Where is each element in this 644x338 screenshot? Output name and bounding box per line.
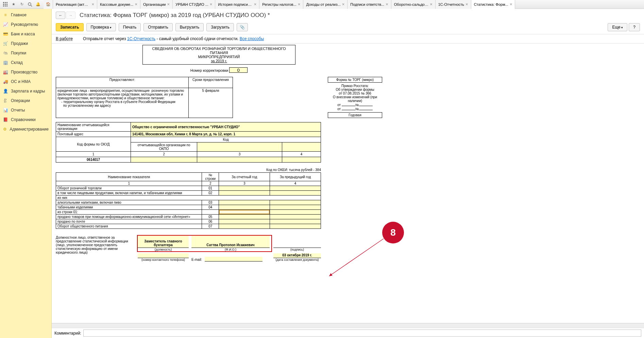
svg-rect-3 xyxy=(3,4,4,5)
chart-icon: 📈 xyxy=(3,22,8,27)
svg-rect-6 xyxy=(3,5,4,6)
svg-rect-0 xyxy=(3,2,4,3)
write-button[interactable]: Записать xyxy=(56,23,84,31)
corr-input[interactable] xyxy=(229,67,248,73)
sidebar-item-warehouse[interactable]: 🏢Склад xyxy=(0,58,51,67)
back-button[interactable]: ← xyxy=(56,12,65,19)
sidebar-item-bank[interactable]: 💳Банк и касса xyxy=(0,29,51,39)
active-cell[interactable] xyxy=(219,210,270,215)
dtkt-icon: ДтКт xyxy=(3,98,8,103)
link-all-ways[interactable]: Все способы xyxy=(240,36,264,41)
phone-field[interactable] xyxy=(138,253,189,258)
svg-rect-5 xyxy=(6,4,7,5)
sidebar-item-production[interactable]: 🏭Производство xyxy=(0,67,51,77)
download-button[interactable]: Загрузить xyxy=(206,23,234,31)
link-1c[interactable]: 1С-Отчетность xyxy=(127,36,155,41)
signature-field[interactable] xyxy=(273,236,321,248)
tab-5[interactable]: Регистры налогов...× xyxy=(259,0,303,9)
corr-label: Номер корректировки xyxy=(190,68,228,72)
tab-3[interactable]: УРБАН СТУДИО ...× xyxy=(173,0,215,9)
close-icon[interactable]: × xyxy=(342,2,345,7)
sidebar-item-assets[interactable]: 🚚ОС и НМА xyxy=(0,77,51,86)
data-table[interactable]: Наименование показателя№ строкиЗа отчетн… xyxy=(56,172,321,229)
sidebar-item-reports[interactable]: 📊Отчеты xyxy=(0,105,51,115)
page-title: Статистика: Форма ТОРГ (микро) за 2019 г… xyxy=(80,12,270,19)
tab-10[interactable]: Статистика: Форм...× xyxy=(471,0,515,9)
close-icon[interactable]: × xyxy=(510,2,512,7)
close-icon[interactable]: × xyxy=(298,2,301,7)
upload-button[interactable]: Выгрузить xyxy=(175,23,204,31)
basket-icon: 🛍 xyxy=(3,50,8,56)
provide-table: Предоставляют:Сроки предоставления юриди… xyxy=(56,77,233,118)
truck-icon: 🚚 xyxy=(3,79,8,84)
search-icon[interactable] xyxy=(26,1,34,8)
star-icon[interactable]: ★ xyxy=(10,1,18,8)
history-icon[interactable]: ↻ xyxy=(18,1,26,8)
check-button[interactable]: Проверка xyxy=(86,23,116,31)
tab-8[interactable]: Оборотно-сальдов...× xyxy=(391,0,436,9)
status-text: Отправьте отчет через 1С-Отчетность - са… xyxy=(83,36,264,41)
person-icon: 👤 xyxy=(3,88,8,94)
svg-rect-4 xyxy=(5,4,6,5)
tab-0[interactable]: Реализация (акты,...× xyxy=(53,0,97,9)
fio-field[interactable]: Саттва Протопоп Исакиевич xyxy=(191,236,270,248)
book-icon: 📕 xyxy=(3,117,8,122)
bars-icon: 📊 xyxy=(3,107,8,113)
sidebar-item-hr[interactable]: 👤Зарплата и кадры xyxy=(0,86,51,96)
send-button[interactable]: Отправить xyxy=(143,23,173,31)
svg-rect-7 xyxy=(5,5,6,6)
attach-button[interactable]: 📎 xyxy=(237,23,248,31)
callout-badge: 8 xyxy=(382,222,404,243)
warehouse-icon: 🏢 xyxy=(3,60,8,65)
tab-4[interactable]: История подписи: ...× xyxy=(215,0,259,9)
forward-button[interactable]: → xyxy=(66,12,75,19)
apps-icon[interactable] xyxy=(1,1,10,8)
factory-icon: 🏭 xyxy=(3,69,8,75)
close-icon[interactable]: × xyxy=(254,2,257,7)
tab-6[interactable]: Доходы от реализ...× xyxy=(303,0,348,9)
print-button[interactable]: Печать xyxy=(119,23,141,31)
svg-line-11 xyxy=(329,239,384,276)
bell-icon[interactable]: 🔔 xyxy=(34,1,42,8)
email-field[interactable] xyxy=(205,257,262,261)
close-icon[interactable]: × xyxy=(91,2,94,7)
tab-9[interactable]: 1С-Отчетность× xyxy=(436,0,471,9)
okei-label: Код по ОКЕИ: тысяча рублей - 384 xyxy=(56,168,321,172)
help-button[interactable]: ? xyxy=(629,23,640,31)
sidebar-item-sales[interactable]: 🛒Продажи xyxy=(0,39,51,48)
report-title-box: СВЕДЕНИЯ ОБ ОБОРОТАХ РОЗНИЧНОЙ ТОРГОВЛИ … xyxy=(142,45,295,65)
svg-rect-2 xyxy=(6,2,7,3)
form-info-box: Форма № ТОРГ (микро) Приказ Росстата: Об… xyxy=(328,77,382,118)
date-field[interactable]: 03 октября 2019 г. xyxy=(273,253,321,258)
sidebar-item-admin[interactable]: ⚙Администрирование xyxy=(0,124,51,134)
close-icon[interactable]: × xyxy=(386,2,388,7)
org-table: Наименование отчитывающейся организацииО… xyxy=(56,122,321,163)
close-icon[interactable]: × xyxy=(465,2,468,7)
comment-label: Комментарий: xyxy=(54,331,81,336)
more-button[interactable]: Еще xyxy=(608,23,627,31)
position-field[interactable]: Заместитель главного бухгалтера xyxy=(138,236,189,248)
paperclip-icon: 📎 xyxy=(240,25,245,30)
close-icon[interactable]: × xyxy=(135,2,137,7)
close-icon[interactable]: × xyxy=(210,2,213,7)
svg-rect-1 xyxy=(5,2,6,3)
menu-icon: ≡ xyxy=(3,12,8,18)
sidebar-item-manager[interactable]: 📈Руководителю xyxy=(0,20,51,29)
horizontal-scrollbar[interactable] xyxy=(52,323,644,328)
tab-1[interactable]: Кассовые докуме...× xyxy=(97,0,140,9)
close-icon[interactable]: × xyxy=(167,2,170,7)
tab-7[interactable]: Подписи ответств...× xyxy=(348,0,391,9)
close-icon[interactable]: × xyxy=(430,2,433,7)
svg-line-10 xyxy=(31,5,32,6)
status-label[interactable]: В работе xyxy=(56,36,73,41)
sign-left-text: Должностное лицо, ответственное за предо… xyxy=(56,236,136,261)
svg-point-9 xyxy=(28,3,31,5)
tab-2[interactable]: Организации× xyxy=(140,0,173,9)
sidebar-item-refs[interactable]: 📕Справочники xyxy=(0,115,51,124)
cart-icon: 🛒 xyxy=(3,41,8,46)
sidebar-item-operations[interactable]: ДтКтОперации xyxy=(0,96,51,105)
sidebar-item-purchases[interactable]: 🛍Покупки xyxy=(0,48,51,58)
sidebar-item-main[interactable]: ≡Главное xyxy=(0,10,51,20)
tab-home[interactable]: 🏠 xyxy=(44,0,53,9)
comment-input[interactable] xyxy=(83,329,641,337)
